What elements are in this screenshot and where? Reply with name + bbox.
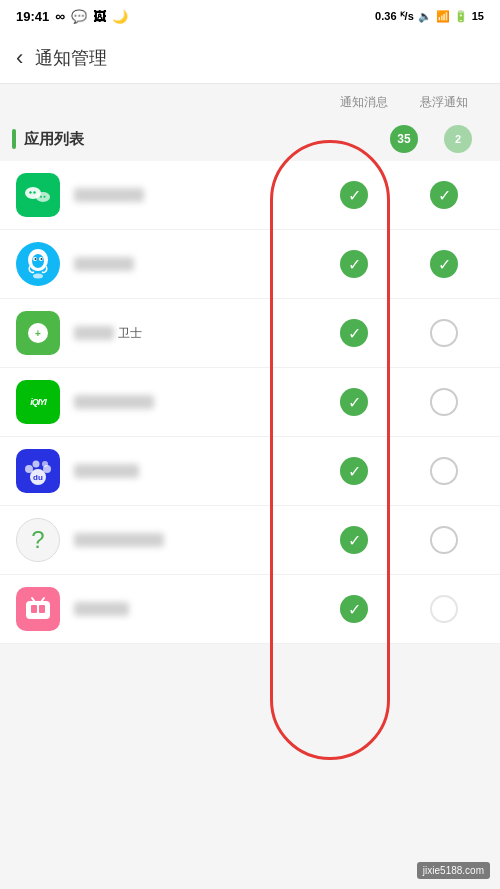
list-item: ? ✓ bbox=[0, 506, 500, 575]
section-header: 应用列表 35 2 bbox=[0, 117, 500, 161]
iqiyi-notify-toggle[interactable]: ✓ bbox=[314, 388, 394, 416]
network-speed: 0.36 ᴷ/s bbox=[375, 10, 414, 23]
svg-point-1 bbox=[29, 191, 31, 193]
360-app-name: 卫士 bbox=[74, 325, 314, 342]
iqiyi-toggles: ✓ bbox=[314, 388, 484, 416]
qq-app-icon bbox=[16, 242, 60, 286]
float-count-badge: 2 bbox=[444, 125, 472, 153]
bilibili-notify-toggle[interactable]: ✓ bbox=[314, 595, 394, 623]
iqiyi-app-icon: iQIYI bbox=[16, 380, 60, 424]
svg-point-17 bbox=[25, 465, 33, 473]
section-badges: 35 2 bbox=[390, 125, 484, 153]
status-right: 0.36 ᴷ/s 🔈 📶 🔋 15 bbox=[375, 10, 484, 23]
bilibili-app-name bbox=[74, 602, 314, 616]
baidu-notify-check: ✓ bbox=[340, 457, 368, 485]
notify-msg-header: 通知消息 bbox=[324, 94, 404, 111]
svg-point-10 bbox=[35, 258, 37, 260]
float-notify-header: 悬浮通知 bbox=[404, 94, 484, 111]
qq-notify-toggle[interactable]: ✓ bbox=[314, 250, 394, 278]
360-app-icon: + bbox=[16, 311, 60, 355]
svg-rect-23 bbox=[31, 605, 37, 613]
unknown-notify-check: ✓ bbox=[340, 526, 368, 554]
list-item: ✓ bbox=[0, 575, 500, 644]
svg-text:du: du bbox=[33, 473, 43, 482]
iqiyi-notify-check: ✓ bbox=[340, 388, 368, 416]
image-icon: 🖼 bbox=[93, 9, 106, 24]
status-bar: 19:41 ∞ 💬 🖼 🌙 0.36 ᴷ/s 🔈 📶 🔋 15 bbox=[0, 0, 500, 32]
unknown-float-toggle[interactable] bbox=[404, 526, 484, 554]
qq-toggles: ✓ ✓ bbox=[314, 250, 484, 278]
qq-float-toggle[interactable]: ✓ bbox=[404, 250, 484, 278]
baidu-app-icon: du bbox=[16, 449, 60, 493]
baidu-notify-toggle[interactable]: ✓ bbox=[314, 457, 394, 485]
bilibili-float-empty bbox=[430, 595, 458, 623]
svg-point-19 bbox=[33, 461, 40, 468]
wechat-float-toggle[interactable]: ✓ bbox=[404, 181, 484, 209]
message-icon: 💬 bbox=[71, 9, 87, 24]
360-notify-toggle[interactable]: ✓ bbox=[314, 319, 394, 347]
app-list: ✓ ✓ ✓ bbox=[0, 161, 500, 644]
bilibili-app-icon bbox=[16, 587, 60, 631]
svg-point-3 bbox=[36, 192, 50, 202]
signal-icon: 📶 bbox=[436, 10, 450, 23]
wechat-toggles: ✓ ✓ bbox=[314, 181, 484, 209]
baidu-toggles: ✓ bbox=[314, 457, 484, 485]
svg-text:+: + bbox=[35, 328, 41, 339]
svg-point-7 bbox=[32, 254, 44, 268]
battery-icon: 🔋 bbox=[454, 10, 468, 23]
unknown-float-empty bbox=[430, 526, 458, 554]
iqiyi-float-toggle[interactable] bbox=[404, 388, 484, 416]
svg-rect-22 bbox=[26, 601, 50, 619]
watermark: jixie5188.com bbox=[417, 862, 490, 879]
360-float-empty bbox=[430, 319, 458, 347]
svg-point-20 bbox=[42, 461, 48, 467]
infinity-icon: ∞ bbox=[55, 8, 65, 24]
bilibili-float-toggle[interactable] bbox=[404, 595, 484, 623]
list-item: du ✓ bbox=[0, 437, 500, 506]
bilibili-toggles: ✓ bbox=[314, 595, 484, 623]
svg-point-2 bbox=[33, 191, 35, 193]
360-toggles: ✓ bbox=[314, 319, 484, 347]
qq-notify-check: ✓ bbox=[340, 250, 368, 278]
iqiyi-icon-text: iQIYI bbox=[30, 397, 46, 407]
list-item: ✓ ✓ bbox=[0, 230, 500, 299]
time: 19:41 bbox=[16, 9, 49, 24]
svg-point-12 bbox=[33, 274, 43, 279]
unknown-app-icon: ? bbox=[16, 518, 60, 562]
back-button[interactable]: ‹ bbox=[16, 45, 23, 71]
unknown-app-name bbox=[74, 533, 314, 547]
list-item: ✓ ✓ bbox=[0, 161, 500, 230]
section-title-wrap: 应用列表 bbox=[12, 129, 84, 149]
baidu-float-toggle[interactable] bbox=[404, 457, 484, 485]
svg-point-5 bbox=[44, 196, 46, 198]
wechat-notify-toggle[interactable]: ✓ bbox=[314, 181, 394, 209]
wechat-float-check: ✓ bbox=[430, 181, 458, 209]
volume-icon: 🔈 bbox=[418, 10, 432, 23]
360-float-toggle[interactable] bbox=[404, 319, 484, 347]
wechat-app-name bbox=[74, 188, 314, 202]
unknown-toggles: ✓ bbox=[314, 526, 484, 554]
section-title: 应用列表 bbox=[24, 130, 84, 149]
green-bar-decoration bbox=[12, 129, 16, 149]
question-icon: ? bbox=[31, 526, 44, 554]
moon-icon: 🌙 bbox=[112, 9, 128, 24]
svg-point-11 bbox=[41, 258, 43, 260]
unknown-notify-toggle[interactable]: ✓ bbox=[314, 526, 394, 554]
qq-app-name bbox=[74, 257, 314, 271]
column-headers: 通知消息 悬浮通知 bbox=[0, 84, 500, 117]
wechat-app-icon bbox=[16, 173, 60, 217]
notify-count-badge: 35 bbox=[390, 125, 418, 153]
svg-point-4 bbox=[40, 196, 42, 198]
qq-float-check: ✓ bbox=[430, 250, 458, 278]
battery-level: 15 bbox=[472, 10, 484, 22]
iqiyi-app-name bbox=[74, 395, 314, 409]
list-item: + 卫士 ✓ bbox=[0, 299, 500, 368]
bilibili-notify-check: ✓ bbox=[340, 595, 368, 623]
page-header: ‹ 通知管理 bbox=[0, 32, 500, 84]
status-time: 19:41 ∞ 💬 🖼 🌙 bbox=[16, 8, 128, 24]
wechat-notify-check: ✓ bbox=[340, 181, 368, 209]
list-item: iQIYI ✓ bbox=[0, 368, 500, 437]
baidu-float-empty bbox=[430, 457, 458, 485]
iqiyi-float-empty bbox=[430, 388, 458, 416]
baidu-app-name bbox=[74, 464, 314, 478]
